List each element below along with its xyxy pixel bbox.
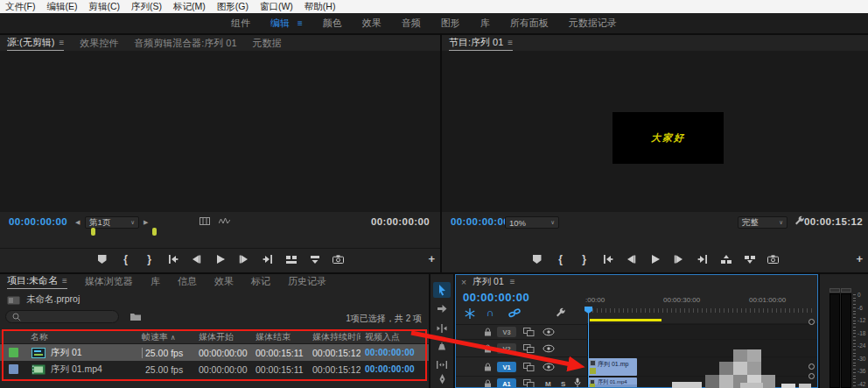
zoom-scroll-handle-right[interactable] <box>152 228 157 236</box>
sync-lock-icon[interactable] <box>523 363 535 371</box>
workspace-libraries[interactable]: 库 <box>480 17 490 30</box>
workspace-all-panels[interactable]: 所有面板 <box>510 17 549 30</box>
column-name[interactable]: 名称 <box>26 331 137 343</box>
hand-tool[interactable] <box>433 384 451 388</box>
tab-history[interactable]: 历史记录 <box>288 275 326 288</box>
mute-button[interactable]: M <box>545 380 551 388</box>
mark-in-button[interactable]: { <box>555 253 567 265</box>
page-selector-dropdown[interactable]: 第1页 ∨ <box>85 216 139 229</box>
table-row-clip[interactable]: 序列 01.mp4 25.00 fps 00:00:00:00 00:00:15… <box>0 361 429 377</box>
timeline-ruler[interactable] <box>587 288 817 323</box>
column-video-in[interactable]: 视频入点 <box>360 331 429 343</box>
lock-icon[interactable] <box>484 328 492 336</box>
audio-clip[interactable]: 序列 01.mp4 <box>588 377 637 388</box>
workspace-metalogging[interactable]: 元数据记录 <box>569 17 617 30</box>
overwrite-button[interactable] <box>309 253 321 265</box>
insert-button[interactable] <box>285 253 298 265</box>
tab-metadata[interactable]: 元数据 <box>253 37 282 50</box>
sync-lock-icon[interactable] <box>523 344 535 353</box>
play-button[interactable] <box>649 253 662 265</box>
page-next-icon[interactable]: ▶ <box>144 219 148 226</box>
bin-icon[interactable] <box>130 312 142 321</box>
tab-program[interactable]: 节目:序列 01 ≡ <box>449 36 513 51</box>
tab-effect-controls[interactable]: 效果控件 <box>80 37 118 50</box>
snap-magnet-icon[interactable]: ∩ <box>486 307 494 319</box>
linked-selection-icon[interactable] <box>508 308 521 318</box>
selection-tool[interactable] <box>433 282 451 298</box>
eye-icon[interactable] <box>542 344 555 353</box>
panel-menu-icon[interactable]: ≡ <box>62 276 67 286</box>
mark-out-button[interactable]: } <box>144 253 156 265</box>
workspace-editing[interactable]: 编辑 <box>270 17 290 30</box>
tab-project[interactable]: 项目:未命名 ≡ <box>7 274 67 289</box>
workspace-menu-icon[interactable]: ≡ <box>298 18 303 28</box>
mark-in-button[interactable]: { <box>120 253 132 265</box>
lock-icon[interactable] <box>484 363 492 371</box>
drag-video-icon[interactable] <box>200 217 210 225</box>
goto-in-button[interactable] <box>167 253 179 265</box>
step-back-button[interactable] <box>626 253 638 265</box>
menu-window[interactable]: 窗口(W) <box>260 1 293 13</box>
menu-help[interactable]: 帮助(H) <box>304 1 336 13</box>
zoom-level-dropdown[interactable]: 10% ∨ <box>505 216 559 229</box>
add-marker-button[interactable] <box>96 253 108 265</box>
razor-tool[interactable] <box>433 339 451 355</box>
menu-edit[interactable]: 编辑(E) <box>46 1 77 13</box>
frame-rate-cell[interactable]: 25.00 fps <box>142 348 194 358</box>
menu-marker[interactable]: 标记(M) <box>173 1 206 13</box>
tab-effects[interactable]: 效果 <box>214 275 234 288</box>
step-forward-button[interactable] <box>238 253 250 265</box>
menu-clip[interactable]: 剪辑(C) <box>88 1 120 13</box>
mark-out-button[interactable]: } <box>578 253 591 265</box>
play-button[interactable] <box>214 253 227 265</box>
table-row-sequence[interactable]: 序列 01 25.00 fps 00:00:00:00 00:00:15:11 … <box>0 344 429 361</box>
sync-lock-icon[interactable] <box>523 379 535 388</box>
scrollbar-handle[interactable] <box>808 319 815 325</box>
extract-button[interactable] <box>744 253 756 265</box>
track-target-v1[interactable]: V1 <box>497 362 516 372</box>
add-marker-button[interactable] <box>531 253 543 265</box>
workspace-effects[interactable]: 效果 <box>362 17 382 30</box>
column-media-end[interactable]: 媒体结束 <box>251 331 308 343</box>
panel-menu-icon[interactable]: ≡ <box>59 38 64 47</box>
lift-button[interactable] <box>720 253 732 265</box>
close-tab-icon[interactable]: × <box>461 277 466 287</box>
export-frame-button[interactable] <box>767 253 780 265</box>
panel-menu-icon[interactable]: ≡ <box>510 277 515 286</box>
workspace-audio[interactable]: 音频 <box>402 17 421 30</box>
program-timecode-current[interactable]: 00:00:00:00 <box>451 216 509 227</box>
goto-out-button[interactable] <box>262 253 274 265</box>
search-input[interactable] <box>5 310 119 323</box>
scrollbar-handle[interactable] <box>808 363 815 370</box>
track-target-v2[interactable]: V2 <box>497 343 516 354</box>
tab-markers[interactable]: 标记 <box>251 275 270 288</box>
timeline-settings-wrench-icon[interactable] <box>555 307 566 319</box>
export-frame-button[interactable] <box>332 253 345 265</box>
source-timecode-current[interactable]: 00:00:00:00 <box>9 216 67 227</box>
column-media-duration[interactable]: 媒体持续时间 <box>308 331 360 343</box>
goto-in-button[interactable] <box>602 253 614 265</box>
workspace-assembly[interactable]: 组件 <box>231 17 250 30</box>
menu-graphics[interactable]: 图形(G) <box>217 1 248 13</box>
tab-sequence-01[interactable]: 序列 01 <box>472 276 504 288</box>
workspace-graphics[interactable]: 图形 <box>441 17 460 30</box>
step-forward-button[interactable] <box>673 253 685 265</box>
lock-icon[interactable] <box>484 379 492 388</box>
tab-audio-clip-mixer[interactable]: 音频剪辑混合器:序列 01 <box>134 37 236 50</box>
column-media-start[interactable]: 媒体开始 <box>194 331 251 343</box>
tab-media-browser[interactable]: 媒体浏览器 <box>85 275 133 288</box>
video-clip[interactable]: 序列 01.mp <box>588 358 637 376</box>
track-select-tool[interactable] <box>433 301 451 317</box>
button-editor-plus[interactable]: + <box>856 252 863 265</box>
project-file-row[interactable]: 未命名.prproj <box>7 293 80 306</box>
button-editor-plus[interactable]: + <box>428 252 435 265</box>
scrollbar-handle[interactable] <box>808 373 815 379</box>
mic-icon[interactable] <box>574 377 581 388</box>
workspace-color[interactable]: 颜色 <box>323 17 342 30</box>
solo-button[interactable]: S <box>561 380 565 388</box>
lock-icon[interactable] <box>484 344 492 353</box>
eye-icon[interactable] <box>542 328 555 336</box>
zoom-scroll-handle-left[interactable] <box>91 228 95 236</box>
track-target-a1[interactable]: A1 <box>497 378 516 388</box>
playback-resolution-dropdown[interactable]: 完整 ∨ <box>738 216 788 229</box>
